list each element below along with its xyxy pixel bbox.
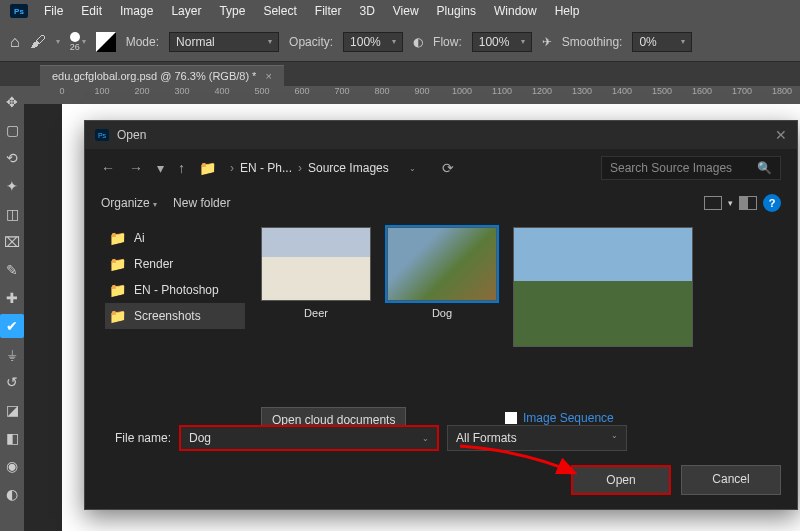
menu-view[interactable]: View [385, 2, 427, 20]
filename-label: File name: [101, 431, 171, 445]
open-button[interactable]: Open [571, 465, 671, 495]
folder-item[interactable]: 📁EN - Photoshop [105, 277, 245, 303]
brush-preset-icon[interactable] [96, 32, 116, 52]
healing-tool[interactable]: ✚ [0, 286, 24, 310]
menu-type[interactable]: Type [211, 2, 253, 20]
folder-icon: 📁 [109, 282, 126, 298]
dialog-title: Open [117, 128, 146, 142]
eraser-tool[interactable]: ◪ [0, 398, 24, 422]
chevron-down-icon[interactable]: ⌄ [409, 164, 416, 173]
smoothing-value: 0% [639, 35, 656, 49]
preview-pane-icon[interactable] [739, 196, 757, 210]
menu-layer[interactable]: Layer [163, 2, 209, 20]
brush-tool-icon[interactable]: 🖌 [30, 33, 46, 51]
view-chevron-icon[interactable]: ▾ [728, 198, 733, 208]
frame-tool[interactable]: ⌧ [0, 230, 24, 254]
mode-select[interactable]: Normal ▾ [169, 32, 279, 52]
refresh-icon[interactable]: ⟳ [442, 160, 454, 176]
home-icon[interactable]: ⌂ [10, 33, 20, 51]
pressure-opacity-icon[interactable]: ◐ [413, 35, 423, 49]
folder-item[interactable]: 📁Screenshots [105, 303, 245, 329]
chevron-down-icon: ▾ [268, 37, 272, 46]
breadcrumb-item[interactable]: EN - Ph... [240, 161, 292, 175]
menu-edit[interactable]: Edit [73, 2, 110, 20]
format-value: All Formats [456, 431, 517, 445]
menu-filter[interactable]: Filter [307, 2, 350, 20]
smoothing-select[interactable]: 0% ▾ [632, 32, 692, 52]
chevron-down-icon: ▾ [521, 37, 525, 46]
document-tab[interactable]: edu.gcfglobal.org.psd @ 76.3% (RGB/8) * … [40, 65, 284, 86]
format-select[interactable]: All Formats ⌄ [447, 425, 627, 451]
folder-label: Render [134, 257, 173, 271]
ruler-tick: 200 [122, 86, 162, 104]
menu-file[interactable]: File [36, 2, 71, 20]
brush-tool[interactable]: ✔ [0, 314, 24, 338]
breadcrumb[interactable]: › EN - Ph... › Source Images ⌄ [230, 161, 416, 175]
menu-window[interactable]: Window [486, 2, 545, 20]
history-brush-tool[interactable]: ↺ [0, 370, 24, 394]
menu-3d[interactable]: 3D [351, 2, 382, 20]
close-icon[interactable]: ✕ [775, 127, 787, 143]
ruler-tick: 900 [402, 86, 442, 104]
search-input[interactable]: Search Source Images 🔍 [601, 156, 781, 180]
new-folder-button[interactable]: New folder [173, 196, 230, 210]
magic-wand-tool[interactable]: ✦ [0, 174, 24, 198]
chevron-right-icon: › [298, 161, 302, 175]
file-preview [513, 227, 693, 347]
folder-item[interactable]: 📁Render [105, 251, 245, 277]
folder-label: Ai [134, 231, 145, 245]
flow-label: Flow: [433, 35, 462, 49]
document-tab-bar: edu.gcfglobal.org.psd @ 76.3% (RGB/8) * … [0, 62, 800, 86]
mode-label: Mode: [126, 35, 159, 49]
ruler-tick: 1400 [602, 86, 642, 104]
view-icon[interactable] [704, 196, 722, 210]
file-grid: Deer Dog [245, 219, 797, 409]
menu-select[interactable]: Select [255, 2, 304, 20]
close-tab-icon[interactable]: × [265, 70, 271, 82]
file-item[interactable]: Deer [261, 227, 371, 319]
breadcrumb-item[interactable]: Source Images [308, 161, 389, 175]
up-icon[interactable]: ↑ [178, 160, 185, 176]
toolbox: ✥ ▢ ⟲ ✦ ◫ ⌧ ✎ ✚ ✔ ⏚ ↺ ◪ ◧ ◉ ◐ [0, 86, 24, 531]
help-icon[interactable]: ? [763, 194, 781, 212]
opacity-select[interactable]: 100% ▾ [343, 32, 403, 52]
move-tool[interactable]: ✥ [0, 90, 24, 114]
ruler-tick: 500 [242, 86, 282, 104]
chevron-down-icon[interactable]: ▾ [56, 37, 60, 46]
cancel-button[interactable]: Cancel [681, 465, 781, 495]
menu-help[interactable]: Help [547, 2, 588, 20]
lasso-tool[interactable]: ⟲ [0, 146, 24, 170]
chevron-down-icon: ▾ [392, 37, 396, 46]
menu-bar: Ps File Edit Image Layer Type Select Fil… [0, 0, 800, 22]
file-thumbnail [387, 227, 497, 301]
filename-input[interactable]: Dog ⌄ [179, 425, 439, 451]
eyedropper-tool[interactable]: ✎ [0, 258, 24, 282]
smoothing-label: Smoothing: [562, 35, 623, 49]
gradient-tool[interactable]: ◧ [0, 426, 24, 450]
stamp-tool[interactable]: ⏚ [0, 342, 24, 366]
forward-icon[interactable]: → [129, 160, 143, 176]
marquee-tool[interactable]: ▢ [0, 118, 24, 142]
flow-select[interactable]: 100% ▾ [472, 32, 532, 52]
folder-item[interactable]: 📁Ai [105, 225, 245, 251]
chevron-down-icon[interactable]: ▾ [157, 160, 164, 176]
ruler-tick: 600 [282, 86, 322, 104]
ruler-tick: 300 [162, 86, 202, 104]
ruler-tick: 0 [42, 86, 82, 104]
back-icon[interactable]: ← [101, 160, 115, 176]
dodge-tool[interactable]: ◐ [0, 482, 24, 506]
file-label: Dog [432, 307, 452, 319]
airbrush-icon[interactable]: ✈ [542, 35, 552, 49]
organize-button[interactable]: Organize ▾ [101, 196, 157, 210]
menu-plugins[interactable]: Plugins [429, 2, 484, 20]
crop-tool[interactable]: ◫ [0, 202, 24, 226]
file-item[interactable]: Dog [387, 227, 497, 319]
chevron-right-icon: › [230, 161, 234, 175]
ruler-tick: 700 [322, 86, 362, 104]
blur-tool[interactable]: ◉ [0, 454, 24, 478]
brush-size-picker[interactable]: 26 ▾ [70, 32, 86, 52]
dialog-nav: ← → ▾ ↑ 📁 › EN - Ph... › Source Images ⌄… [85, 149, 797, 187]
folder-icon: 📁 [109, 308, 126, 324]
flow-value: 100% [479, 35, 510, 49]
menu-image[interactable]: Image [112, 2, 161, 20]
